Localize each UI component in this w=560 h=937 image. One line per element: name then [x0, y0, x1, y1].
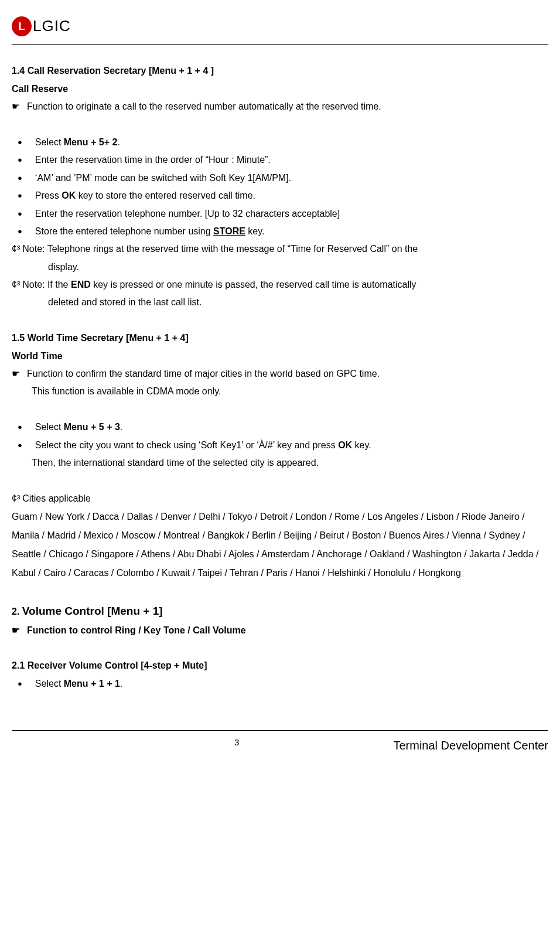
- bullet-text: Enter the reservation time in the order …: [35, 151, 271, 169]
- bullet-icon: ●: [18, 134, 22, 151]
- heading-1-4: 1.4 Call Reservation Secretary [Menu + 1…: [12, 62, 548, 80]
- desc-text: Function to originate a call to the rese…: [27, 98, 381, 115]
- bullet-icon: ●: [18, 675, 22, 693]
- desc-text: Function to confirm the standard time of…: [27, 365, 380, 383]
- bullet-icon: ●: [18, 151, 22, 169]
- bullet-text: ‘AM’ and ’PM’ mode can be switched with …: [35, 169, 291, 187]
- bullet-icon: ●: [18, 223, 22, 240]
- note-symbol-icon: ¢³: [12, 240, 20, 258]
- bullet-icon: ●: [18, 418, 22, 436]
- page-footer: 3 Terminal Development Center: [12, 730, 548, 757]
- note-1-cont: display.: [48, 258, 548, 276]
- section-1-5: 1.5 World Time Secretary [Menu + 1 + 4] …: [12, 329, 548, 582]
- note-2-cont: deleted and stored in the last call list…: [48, 294, 548, 311]
- logo-text: LGIC: [33, 12, 71, 40]
- bullet-text: Select Menu + 5+ 2.: [35, 134, 120, 151]
- cities-list: Guam / New York / Dacca / Dallas / Denve…: [12, 507, 548, 582]
- lg-logo-icon: L: [12, 16, 32, 36]
- desc-line: ☛ Function to confirm the standard time …: [12, 365, 548, 383]
- bullet-icon: ●: [18, 437, 22, 454]
- bullet-text: Select Menu + 5 + 3.: [35, 418, 122, 436]
- note-symbol-icon: ¢³: [12, 276, 20, 294]
- page-number: 3: [234, 734, 239, 757]
- bullet-text: Select the city you want to check using …: [35, 437, 371, 454]
- list-item: ● Enter the reservation telephone number…: [18, 205, 548, 223]
- bullet-icon: ●: [18, 187, 22, 205]
- subtitle-world-time: World Time: [12, 347, 548, 365]
- cities-label: ¢³ Cities applicable: [12, 490, 548, 507]
- bullet-text: Enter the reservation telephone number. …: [35, 205, 340, 223]
- list-item: ● Press OK key to store the entered rese…: [18, 187, 548, 205]
- section-2: 2. Volume Control [Menu + 1] ☛ Function …: [12, 601, 548, 693]
- footer-org: Terminal Development Center: [393, 734, 548, 757]
- desc-line-2: This function is available in CDMA mode …: [32, 383, 548, 400]
- list-item: ● Select Menu + 1 + 1.: [18, 675, 548, 693]
- cities-label-text: Cities applicable: [22, 490, 91, 507]
- bullet-cont: Then, the international standard time of…: [32, 454, 548, 472]
- note-text: Note: Telephone rings at the reserved ti…: [22, 240, 418, 258]
- heading-2: 2. Volume Control [Menu + 1]: [12, 601, 548, 622]
- section-1-4: 1.4 Call Reservation Secretary [Menu + 1…: [12, 62, 548, 311]
- list-item: ● Select Menu + 5+ 2.: [18, 134, 548, 151]
- bullet-icon: ●: [18, 205, 22, 223]
- note-2: ¢³ Note: If the END key is pressed or on…: [12, 276, 548, 294]
- desc-line: ☛ Function to control Ring / Key Tone / …: [12, 622, 548, 639]
- pointer-icon: ☛: [12, 365, 20, 383]
- bullet-text: Press OK key to store the entered reserv…: [35, 187, 255, 205]
- list-item: ● Select Menu + 5 + 3.: [18, 418, 548, 436]
- pointer-icon: ☛: [12, 622, 20, 639]
- bullet-icon: ●: [18, 169, 22, 187]
- list-item: ● Enter the reservation time in the orde…: [18, 151, 548, 169]
- heading-2-1: 2.1 Receiver Volume Control [4-step + Mu…: [12, 657, 548, 674]
- desc-text: Function to control Ring / Key Tone / Ca…: [27, 622, 246, 639]
- list-item: ● Select the city you want to check usin…: [18, 437, 548, 454]
- list-item: ● ‘AM’ and ’PM’ mode can be switched wit…: [18, 169, 548, 187]
- note-1: ¢³ Note: Telephone rings at the reserved…: [12, 240, 548, 258]
- note-symbol-icon: ¢³: [12, 490, 20, 507]
- bullet-text: Select Menu + 1 + 1.: [35, 675, 122, 693]
- subtitle-call-reserve: Call Reserve: [12, 80, 548, 98]
- pointer-icon: ☛: [12, 98, 20, 115]
- desc-line: ☛ Function to originate a call to the re…: [12, 98, 548, 115]
- bullet-text: Store the entered telephone number using…: [35, 223, 265, 240]
- heading-1-5: 1.5 World Time Secretary [Menu + 1 + 4]: [12, 329, 548, 347]
- list-item: ● Store the entered telephone number usi…: [18, 223, 548, 240]
- page-header: L LGIC: [12, 12, 548, 45]
- note-text: Note: If the END key is pressed or one m…: [22, 276, 416, 294]
